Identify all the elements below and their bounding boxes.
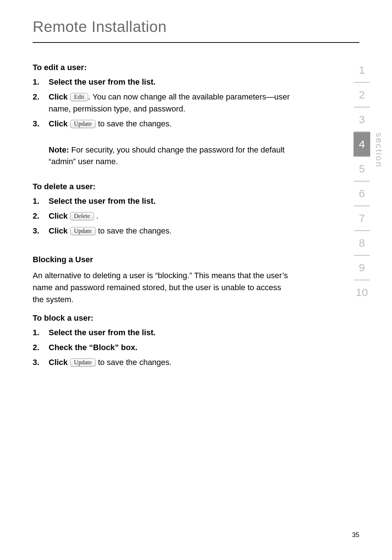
step-text-pre: Click — [49, 358, 70, 367]
heading-delete-user: To delete a user: — [33, 182, 294, 191]
step-text-post: to save the changes. — [96, 226, 172, 235]
steps-delete-user: Select the user from the list. Click Del… — [33, 195, 294, 237]
note-text: For security, you should change the pass… — [49, 145, 285, 166]
section-nav: section 1 2 3 4 5 6 7 8 9 10 — [354, 58, 370, 304]
list-item: Click Update to save the changes. — [33, 118, 294, 130]
page-title: Remote Installation — [33, 18, 359, 43]
list-item: Select the user from the list. — [33, 76, 294, 88]
list-item: Click Update to save the changes. — [33, 356, 294, 368]
step-text: Select the user from the list. — [49, 77, 156, 86]
steps-block-user: Select the user from the list. Check the… — [33, 326, 294, 368]
heading-block-user: To block a user: — [33, 313, 294, 323]
para-blocking: An alternative to deleting a user is “bl… — [33, 269, 294, 305]
section-nav-item-1[interactable]: 1 — [354, 58, 370, 83]
step-text-pre: Click — [49, 211, 70, 220]
list-item: Click Delete . — [33, 210, 294, 222]
section-nav-item-3[interactable]: 3 — [354, 107, 370, 132]
list-item: Select the user from the list. — [33, 326, 294, 338]
step-text-pre: Click — [49, 119, 70, 128]
step-text: Check the “Block” box. — [49, 343, 138, 352]
step-text-pre: Click — [49, 92, 70, 101]
step-text-post: . — [94, 211, 98, 220]
section-nav-item-9[interactable]: 9 — [354, 256, 370, 280]
update-button[interactable]: Update — [70, 358, 96, 367]
section-nav-item-6[interactable]: 6 — [354, 182, 370, 206]
list-item: Select the user from the list. — [33, 195, 294, 207]
page-number: 35 — [352, 531, 359, 539]
note-block: Note: For security, you should change th… — [33, 144, 294, 167]
update-button[interactable]: Update — [70, 227, 96, 235]
section-nav-item-5[interactable]: 5 — [354, 157, 370, 182]
update-button[interactable]: Update — [70, 120, 96, 128]
list-item: Click Edit. You can now change all the a… — [33, 91, 294, 115]
delete-button[interactable]: Delete — [70, 212, 94, 220]
heading-blocking-user: Blocking a User — [33, 255, 294, 264]
step-text-pre: Click — [49, 226, 70, 235]
section-nav-item-7[interactable]: 7 — [354, 206, 370, 231]
section-nav-item-8[interactable]: 8 — [354, 231, 370, 256]
section-label: section — [374, 133, 384, 168]
list-item: Check the “Block” box. — [33, 341, 294, 353]
section-nav-item-10[interactable]: 10 — [354, 280, 370, 304]
note-label: Note: — [49, 145, 69, 154]
main-content: To edit a user: Select the user from the… — [33, 63, 294, 368]
section-nav-item-2[interactable]: 2 — [354, 83, 370, 107]
edit-button[interactable]: Edit — [70, 93, 88, 101]
section-nav-item-4[interactable]: 4 — [354, 132, 370, 157]
list-item: Click Update to save the changes. — [33, 225, 294, 237]
steps-edit-user: Select the user from the list. Click Edi… — [33, 76, 294, 130]
step-text: Select the user from the list. — [49, 196, 156, 206]
step-text-post: to save the changes. — [96, 119, 172, 128]
heading-edit-user: To edit a user: — [33, 63, 294, 72]
step-text-post: to save the changes. — [96, 358, 172, 367]
step-text: Select the user from the list. — [49, 328, 156, 337]
